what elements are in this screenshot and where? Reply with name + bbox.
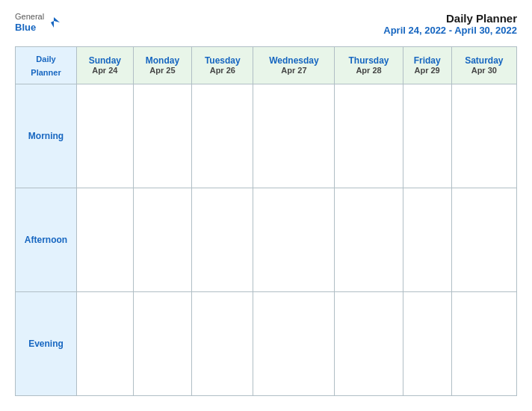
evening-saturday[interactable]	[451, 291, 516, 395]
arrow-icon	[46, 16, 60, 29]
logo-area: General Blue	[15, 12, 60, 34]
evening-sunday[interactable]	[77, 291, 134, 395]
afternoon-row: Afternoon	[16, 188, 517, 291]
afternoon-tuesday[interactable]	[192, 188, 253, 291]
day-header-sunday: Sunday Apr 24	[77, 47, 134, 84]
morning-saturday[interactable]	[451, 84, 516, 188]
morning-tuesday[interactable]	[192, 84, 253, 188]
svg-marker-0	[51, 17, 60, 28]
afternoon-sunday[interactable]	[77, 188, 134, 291]
afternoon-label: Afternoon	[16, 188, 77, 291]
day-header-friday: Friday Apr 29	[403, 47, 451, 84]
calendar-table: Daily Planner Sunday Apr 24 Monday Apr 2…	[15, 46, 517, 396]
afternoon-saturday[interactable]	[451, 188, 516, 291]
day-header-monday: Monday Apr 25	[133, 47, 192, 84]
daily-planner-header-cell: Daily Planner	[16, 47, 77, 84]
date-range: April 24, 2022 - April 30, 2022	[383, 25, 517, 36]
day-header-tuesday: Tuesday Apr 26	[192, 47, 253, 84]
afternoon-thursday[interactable]	[335, 188, 403, 291]
afternoon-monday[interactable]	[133, 188, 192, 291]
title-area: Daily Planner April 24, 2022 - April 30,…	[383, 12, 517, 36]
morning-monday[interactable]	[133, 84, 192, 188]
morning-sunday[interactable]	[77, 84, 134, 188]
evening-friday[interactable]	[403, 291, 451, 395]
evening-tuesday[interactable]	[192, 291, 253, 395]
evening-row: Evening	[16, 291, 517, 395]
morning-row: Morning	[16, 84, 517, 188]
page-header: General Blue Daily Planner April 24, 202…	[15, 12, 517, 36]
page-title: Daily Planner	[383, 12, 517, 25]
header-col-label: Daily Planner	[31, 55, 61, 77]
morning-label: Morning	[16, 84, 77, 188]
calendar-header-row: Daily Planner Sunday Apr 24 Monday Apr 2…	[16, 47, 517, 84]
morning-thursday[interactable]	[335, 84, 403, 188]
morning-friday[interactable]	[403, 84, 451, 188]
evening-thursday[interactable]	[335, 291, 403, 395]
day-header-saturday: Saturday Apr 30	[451, 47, 516, 84]
day-header-thursday: Thursday Apr 28	[335, 47, 403, 84]
day-header-wednesday: Wednesday Apr 27	[253, 47, 335, 84]
evening-wednesday[interactable]	[253, 291, 335, 395]
afternoon-friday[interactable]	[403, 188, 451, 291]
evening-monday[interactable]	[133, 291, 192, 395]
morning-wednesday[interactable]	[253, 84, 335, 188]
evening-label: Evening	[16, 291, 77, 395]
afternoon-wednesday[interactable]	[253, 188, 335, 291]
